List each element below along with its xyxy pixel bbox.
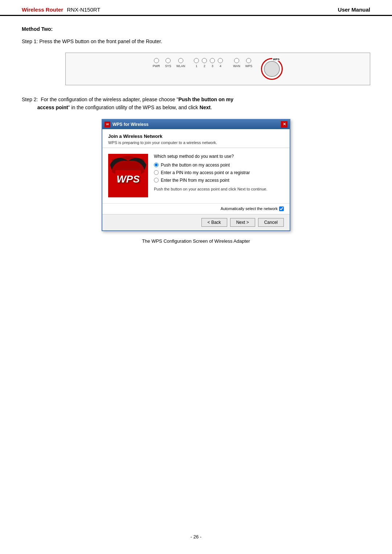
led-pwr-circle (154, 58, 159, 63)
wps-dialog-body: Join a Wireless Network WPS is preparing… (102, 129, 290, 230)
wps-dialog-buttons: < Back Next > Cancel (102, 214, 290, 230)
led-sys-circle (166, 58, 171, 63)
wps-button-inner-circle (264, 61, 280, 77)
wps-button-outer-ring: WPS (261, 58, 283, 80)
wps-auto-select-row: Automatically select the network (102, 203, 290, 214)
led-1234: 1 2 3 4 (194, 58, 223, 68)
page-footer: - 26 - (0, 534, 392, 539)
led-wps: WPS (245, 58, 252, 68)
step2-next: Next (200, 104, 211, 110)
dialog-caption: The WPS Configuration Screen of Wireless… (22, 238, 370, 244)
header-left: Wireless Router RNX-N150RT (22, 7, 101, 13)
led-wan-circle (234, 58, 239, 63)
wps-dialog: W WPS for Wireless ✕ Join a Wireless Net… (102, 119, 290, 231)
wps-main-section: WPS Which setup method do you want to us… (102, 148, 290, 203)
step1-text: Step 1: Press the WPS button on the fron… (22, 38, 370, 45)
wps-option2-label: Enter a PIN into my access point or a re… (161, 170, 250, 175)
wps-option3: Enter the PIN from my access point (154, 178, 284, 183)
wps-question: Which setup method do you want to use? (154, 154, 284, 159)
wps-dialog-title: WPS for Wireless (113, 122, 148, 127)
wps-option1-label: Push the button on my access point (161, 163, 230, 168)
wps-hint: Push the button on your access point and… (154, 186, 284, 192)
wps-next-button[interactable]: Next > (230, 218, 255, 227)
wps-dialog-titlebar: W WPS for Wireless ✕ (102, 120, 290, 129)
wps-radio-option3[interactable] (154, 178, 159, 182)
main-content: Method Two: Step 1: Press the WPS button… (0, 26, 392, 244)
wps-logo-text: WPS (117, 173, 140, 185)
router-illustration: PWR SYS WLAN (65, 53, 370, 85)
wireless-label: Wireless Router (22, 7, 63, 13)
step2-text: Step 2: For the configuration of the wir… (22, 95, 370, 112)
model-label: RNX-N150RT (67, 7, 100, 13)
led-wlan: WLAN (176, 58, 185, 68)
led-1234-circles (194, 58, 223, 63)
wps-cancel-button[interactable]: Cancel (258, 218, 284, 227)
wps-join-header: Join a Wireless Network WPS is preparing… (102, 129, 290, 148)
wps-option3-label: Enter the PIN from my access point (161, 178, 229, 183)
wps-radio-option2[interactable] (154, 170, 159, 175)
wps-physical-button: WPS (261, 58, 283, 80)
page-header: Wireless Router RNX-N150RT User Manual (0, 0, 392, 16)
wps-join-subtitle: WPS is preparing to join your computer t… (108, 140, 284, 145)
wps-back-button[interactable]: < Back (201, 218, 227, 227)
wps-dialog-icon: W (105, 122, 110, 127)
page-number: - 26 - (191, 534, 201, 539)
wps-dialog-close-button[interactable]: ✕ (281, 121, 287, 128)
wps-radio-option1[interactable] (154, 163, 159, 167)
led-wlan-circle (178, 58, 183, 63)
led-sys: SYS (165, 58, 171, 68)
wps-join-title: Join a Wireless Network (108, 134, 284, 139)
wps-option1: Push the button on my access point (154, 163, 284, 168)
wps-dialog-title-left: W WPS for Wireless (105, 122, 148, 127)
wps-auto-select-label: Automatically select the network (221, 206, 278, 211)
wps-auto-select-checkbox[interactable] (279, 206, 284, 211)
led-wps-circle (246, 58, 251, 63)
wps-options: Which setup method do you want to use? P… (154, 154, 284, 197)
led-pwr: PWR (153, 58, 160, 68)
wps-button-label: WPS (272, 58, 280, 61)
manual-label: User Manual (338, 7, 370, 13)
wps-logo: WPS (108, 154, 148, 197)
led-wan: WAN (233, 58, 240, 68)
wps-option2: Enter a PIN into my access point or a re… (154, 170, 284, 175)
method-title: Method Two: (22, 26, 370, 32)
leds-row: PWR SYS WLAN (153, 58, 283, 80)
